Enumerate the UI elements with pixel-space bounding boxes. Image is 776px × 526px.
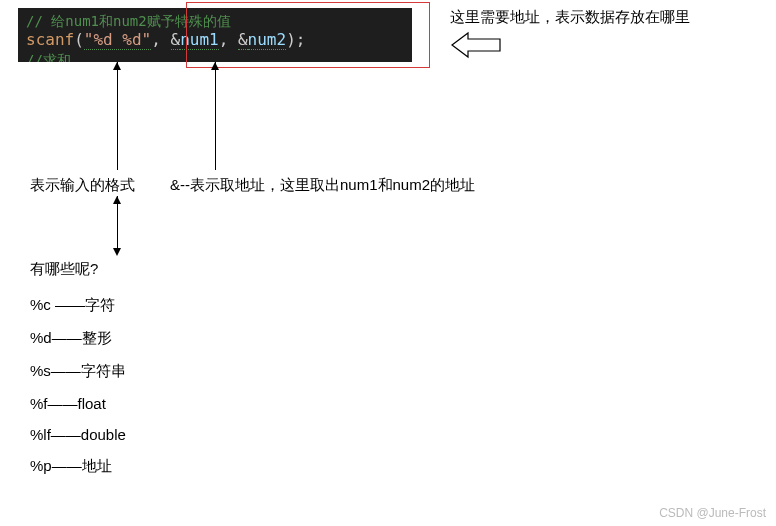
arrow-up-icon <box>211 62 219 70</box>
spec-code: %c <box>30 296 51 313</box>
spec-code: %p <box>30 457 52 474</box>
comma-1: , <box>151 30 170 49</box>
dash: —— <box>51 362 81 379</box>
spec-desc: 整形 <box>82 329 112 346</box>
dash: —— <box>52 457 82 474</box>
dash: —— <box>52 329 82 346</box>
watermark: CSDN @June-Frost <box>659 506 766 520</box>
list-item: %lf——double <box>30 426 126 443</box>
list-item: %p——地址 <box>30 457 126 476</box>
ampersand-1: & <box>171 30 181 50</box>
spec-desc: float <box>78 395 106 412</box>
spec-code: %lf <box>30 426 51 443</box>
format-specifier-list: %c ——字符 %d——整形 %s——字符串 %f——float %lf——do… <box>30 296 126 490</box>
svg-marker-0 <box>452 33 500 57</box>
arrow-line-addr <box>215 62 216 170</box>
func-name: scanf <box>26 30 74 49</box>
arrow-left-icon <box>450 30 502 63</box>
spec-code: %d <box>30 329 52 346</box>
arrow-line-format <box>117 62 118 170</box>
arrow-down-icon <box>113 248 121 256</box>
spec-desc: 字符 <box>85 296 115 313</box>
paren-open: ( <box>74 30 84 49</box>
dash: —— <box>48 395 78 412</box>
label-question: 有哪些呢? <box>30 260 98 279</box>
format-string: "%d %d" <box>84 30 151 50</box>
spec-desc: 地址 <box>82 457 112 474</box>
list-item: %f——float <box>30 395 126 412</box>
label-input-format: 表示输入的格式 <box>30 176 135 195</box>
note-address-needed: 这里需要地址，表示数据存放在哪里 <box>450 8 690 27</box>
list-item: %s——字符串 <box>30 362 126 381</box>
dash: —— <box>51 296 85 313</box>
dash: —— <box>51 426 81 443</box>
spec-desc: double <box>81 426 126 443</box>
spec-code: %f <box>30 395 48 412</box>
arrow-up-icon <box>113 62 121 70</box>
spec-desc: 字符串 <box>81 362 126 379</box>
list-item: %d——整形 <box>30 329 126 348</box>
arrow-line-question <box>117 196 118 254</box>
spec-code: %s <box>30 362 51 379</box>
label-take-address: &--表示取地址，这里取出num1和num2的地址 <box>170 176 475 195</box>
highlight-box <box>186 2 430 68</box>
list-item: %c ——字符 <box>30 296 126 315</box>
